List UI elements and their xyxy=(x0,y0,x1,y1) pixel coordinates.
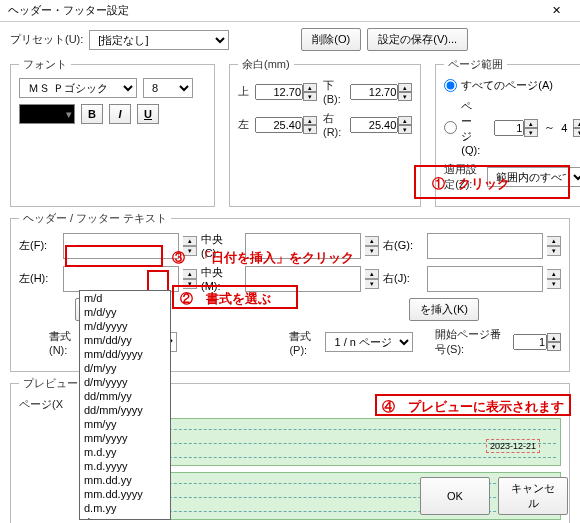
startpage-input[interactable] xyxy=(513,334,547,350)
underline-button[interactable]: U xyxy=(137,104,159,124)
right-g-input[interactable] xyxy=(427,233,543,259)
date-format-option[interactable]: d.m.yy xyxy=(80,501,170,515)
margin-bottom-input[interactable] xyxy=(350,84,398,100)
startpage-label: 開始ページ番号(S): xyxy=(435,327,507,357)
date-format-option[interactable]: mm/yyyy xyxy=(80,431,170,445)
date-format-option[interactable]: m/d/yy xyxy=(80,305,170,319)
date-format-dropdown-list[interactable]: m/dm/d/yym/d/yyyymm/dd/yymm/dd/yyyyd/m/y… xyxy=(79,290,171,520)
margin-left-label: 左 xyxy=(238,117,249,132)
date-format-option[interactable]: dd/mm/yyyy xyxy=(80,403,170,417)
center-m-label: 中央(M): xyxy=(201,265,241,292)
apply-select[interactable]: 範囲内のすべてのページ xyxy=(487,167,580,187)
margin-top-label: 上 xyxy=(238,84,249,99)
date-format-option[interactable]: m/d/yyyy xyxy=(80,319,170,333)
page-range-radio[interactable]: ページ(Q): xyxy=(444,99,480,156)
preview-legend: プレビュー xyxy=(19,376,82,391)
bold-button[interactable]: B xyxy=(81,104,103,124)
date-format-option[interactable]: mm/dd/yyyy xyxy=(80,347,170,361)
left-h-input[interactable] xyxy=(63,266,179,292)
page-format-select[interactable]: 1 / n ページ xyxy=(325,332,413,352)
format-n-label: 書式(N): xyxy=(49,329,79,356)
margin-top-input[interactable] xyxy=(255,84,303,100)
date-format-option[interactable]: d/m/yy xyxy=(80,361,170,375)
date-format-option[interactable]: m.d.yyyy xyxy=(80,459,170,473)
range-tilde: ～ xyxy=(544,120,555,135)
ok-button[interactable]: OK xyxy=(420,477,490,515)
preset-select[interactable]: [指定なし] xyxy=(89,30,229,50)
insert-page-button[interactable]: を挿入(K) xyxy=(409,298,479,321)
window-title: ヘッダー・フッター設定 xyxy=(4,3,536,18)
font-color-swatch[interactable]: ▾ xyxy=(19,104,75,124)
preset-label: プリセット(U): xyxy=(10,32,83,47)
date-format-option[interactable]: m/d xyxy=(80,291,170,305)
preview-date-sample: 2023-12-21 xyxy=(486,439,540,453)
font-legend: フォント xyxy=(19,57,71,72)
format-p-label: 書式(P): xyxy=(289,329,319,356)
left-f-label: 左(F): xyxy=(19,238,59,253)
range-from-input[interactable] xyxy=(494,120,524,136)
font-family-select[interactable]: ＭＳ Ｐゴシック xyxy=(19,78,137,98)
right-j-input[interactable] xyxy=(427,266,543,292)
date-format-option[interactable]: mm/dd/yy xyxy=(80,333,170,347)
all-pages-radio[interactable]: すべてのページ(A) xyxy=(444,78,553,93)
left-f-input[interactable] xyxy=(63,233,179,259)
date-format-option[interactable]: mm.dd.yyyy xyxy=(80,487,170,501)
range-to: 4 xyxy=(561,122,567,134)
margin-legend: 余白(mm) xyxy=(238,57,294,72)
date-format-option[interactable]: m.d.yy xyxy=(80,445,170,459)
margin-left-input[interactable] xyxy=(255,117,303,133)
left-h-label: 左(H): xyxy=(19,271,59,286)
italic-button[interactable]: I xyxy=(109,104,131,124)
pagerange-legend: ページ範囲 xyxy=(444,57,507,72)
cancel-button[interactable]: キャンセル xyxy=(498,477,568,515)
preview-page-label: ページ(X xyxy=(19,397,63,412)
center-c-input[interactable] xyxy=(245,233,361,259)
margin-right-input[interactable] xyxy=(350,117,398,133)
margin-right-label: 右(R): xyxy=(323,111,344,138)
date-format-option[interactable]: mm.dd.yy xyxy=(80,473,170,487)
font-size-select[interactable]: 8 xyxy=(143,78,193,98)
date-format-option[interactable]: mm/yy xyxy=(80,417,170,431)
hftext-legend: ヘッダー / フッター テキスト xyxy=(19,211,171,226)
margin-bottom-label: 下(B): xyxy=(323,78,344,105)
date-format-option[interactable]: dd/mm/yy xyxy=(80,389,170,403)
save-settings-button[interactable]: 設定の保存(V)... xyxy=(367,28,468,51)
right-g-label: 右(G): xyxy=(383,238,423,253)
delete-button[interactable]: 削除(O) xyxy=(301,28,361,51)
center-c-label: 中央(C): xyxy=(201,232,241,259)
close-icon[interactable]: ✕ xyxy=(536,1,576,21)
center-m-input[interactable] xyxy=(245,266,361,292)
date-format-option[interactable]: d/m/yyyy xyxy=(80,375,170,389)
apply-label: 適用設定(Z): xyxy=(444,162,481,192)
date-format-option[interactable]: d.m.yyyy xyxy=(80,515,170,520)
right-j-label: 右(J): xyxy=(383,271,423,286)
